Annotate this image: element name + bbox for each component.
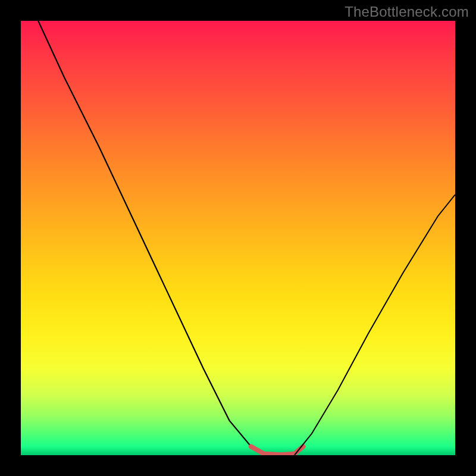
- plot-area: [21, 21, 455, 455]
- watermark-text: TheBottleneck.com: [345, 4, 469, 20]
- left-branch-curve: [38, 21, 264, 455]
- right-branch-curve: [295, 195, 455, 455]
- curve-layer: [21, 21, 455, 455]
- chart-frame: TheBottleneck.com: [0, 0, 476, 476]
